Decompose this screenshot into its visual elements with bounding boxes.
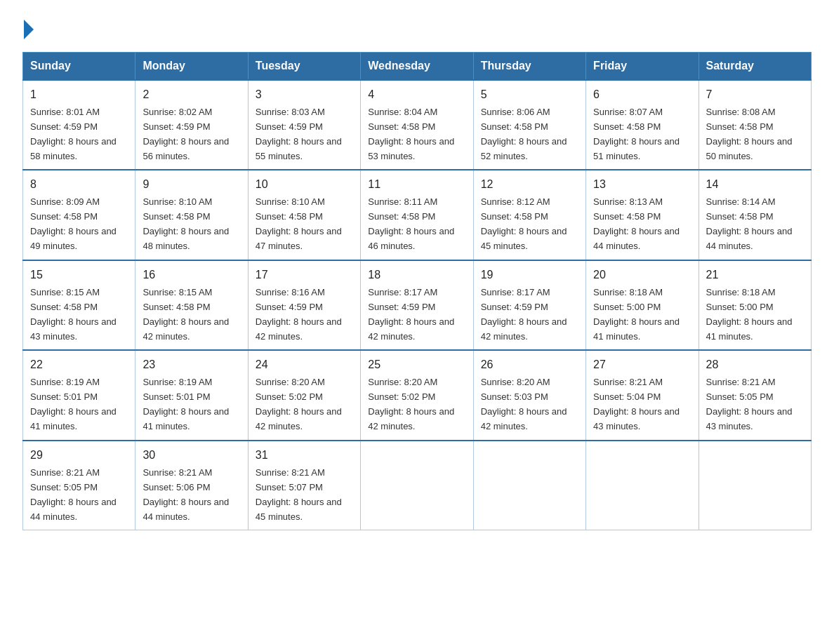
calendar-week-row: 8 Sunrise: 8:09 AMSunset: 4:58 PMDayligh… <box>23 170 812 260</box>
day-number: 30 <box>143 447 240 464</box>
calendar-day-cell: 27 Sunrise: 8:21 AMSunset: 5:04 PMDaylig… <box>586 350 699 440</box>
day-info: Sunrise: 8:04 AMSunset: 4:58 PMDaylight:… <box>368 107 454 161</box>
weekday-header: Tuesday <box>248 53 360 81</box>
calendar-day-cell: 12 Sunrise: 8:12 AMSunset: 4:58 PMDaylig… <box>473 170 585 260</box>
day-number: 22 <box>30 356 128 374</box>
calendar-day-cell: 25 Sunrise: 8:20 AMSunset: 5:02 PMDaylig… <box>361 350 473 440</box>
calendar-day-cell: 28 Sunrise: 8:21 AMSunset: 5:05 PMDaylig… <box>699 350 811 440</box>
calendar-week-row: 22 Sunrise: 8:19 AMSunset: 5:01 PMDaylig… <box>23 350 812 440</box>
day-info: Sunrise: 8:21 AMSunset: 5:05 PMDaylight:… <box>30 467 117 522</box>
calendar-day-cell: 24 Sunrise: 8:20 AMSunset: 5:02 PMDaylig… <box>248 350 360 440</box>
calendar-day-cell: 1 Sunrise: 8:01 AMSunset: 4:59 PMDayligh… <box>23 80 135 170</box>
day-info: Sunrise: 8:18 AMSunset: 5:00 PMDaylight:… <box>593 287 680 342</box>
day-number: 12 <box>481 176 578 194</box>
day-number: 29 <box>30 447 128 464</box>
calendar-table: SundayMondayTuesdayWednesdayThursdayFrid… <box>22 52 812 530</box>
weekday-header: Wednesday <box>361 53 473 81</box>
calendar-day-cell: 31 Sunrise: 8:21 AMSunset: 5:07 PMDaylig… <box>248 441 360 530</box>
calendar-day-cell <box>473 441 585 530</box>
weekday-header: Friday <box>586 53 699 81</box>
day-number: 5 <box>481 86 578 104</box>
weekday-header: Thursday <box>473 53 585 81</box>
day-info: Sunrise: 8:12 AMSunset: 4:58 PMDaylight:… <box>481 196 567 251</box>
weekday-header: Saturday <box>699 53 811 81</box>
calendar-day-cell: 19 Sunrise: 8:17 AMSunset: 4:59 PMDaylig… <box>473 260 585 350</box>
day-number: 8 <box>30 176 128 194</box>
day-info: Sunrise: 8:15 AMSunset: 4:58 PMDaylight:… <box>30 287 117 342</box>
calendar-day-cell: 7 Sunrise: 8:08 AMSunset: 4:58 PMDayligh… <box>699 80 811 170</box>
day-info: Sunrise: 8:09 AMSunset: 4:58 PMDaylight:… <box>30 196 117 251</box>
calendar-header-row: SundayMondayTuesdayWednesdayThursdayFrid… <box>23 53 812 81</box>
logo <box>22 17 34 39</box>
calendar-day-cell: 4 Sunrise: 8:04 AMSunset: 4:58 PMDayligh… <box>361 80 473 170</box>
day-info: Sunrise: 8:21 AMSunset: 5:07 PMDaylight:… <box>256 467 342 522</box>
day-number: 24 <box>256 356 353 374</box>
calendar-day-cell: 6 Sunrise: 8:07 AMSunset: 4:58 PMDayligh… <box>586 80 699 170</box>
logo-arrow-icon <box>24 20 34 39</box>
calendar-day-cell: 9 Sunrise: 8:10 AMSunset: 4:58 PMDayligh… <box>135 170 248 260</box>
day-number: 26 <box>481 356 578 374</box>
day-info: Sunrise: 8:19 AMSunset: 5:01 PMDaylight:… <box>143 377 229 431</box>
day-info: Sunrise: 8:17 AMSunset: 4:59 PMDaylight:… <box>368 287 454 342</box>
calendar-week-row: 29 Sunrise: 8:21 AMSunset: 5:05 PMDaylig… <box>23 441 812 530</box>
calendar-day-cell: 2 Sunrise: 8:02 AMSunset: 4:59 PMDayligh… <box>135 80 248 170</box>
day-info: Sunrise: 8:06 AMSunset: 4:58 PMDaylight:… <box>481 107 567 161</box>
calendar-day-cell: 23 Sunrise: 8:19 AMSunset: 5:01 PMDaylig… <box>135 350 248 440</box>
day-number: 23 <box>143 356 240 374</box>
day-number: 27 <box>593 356 691 374</box>
calendar-day-cell: 20 Sunrise: 8:18 AMSunset: 5:00 PMDaylig… <box>586 260 699 350</box>
day-info: Sunrise: 8:20 AMSunset: 5:03 PMDaylight:… <box>481 377 567 431</box>
day-info: Sunrise: 8:01 AMSunset: 4:59 PMDaylight:… <box>30 107 117 161</box>
day-number: 10 <box>256 176 353 194</box>
calendar-day-cell: 13 Sunrise: 8:13 AMSunset: 4:58 PMDaylig… <box>586 170 699 260</box>
day-info: Sunrise: 8:08 AMSunset: 4:58 PMDaylight:… <box>706 107 793 161</box>
day-info: Sunrise: 8:20 AMSunset: 5:02 PMDaylight:… <box>368 377 454 431</box>
day-number: 15 <box>30 267 128 284</box>
day-number: 18 <box>368 267 465 284</box>
day-info: Sunrise: 8:17 AMSunset: 4:59 PMDaylight:… <box>481 287 567 342</box>
day-info: Sunrise: 8:19 AMSunset: 5:01 PMDaylight:… <box>30 377 117 431</box>
day-number: 7 <box>706 86 804 104</box>
day-number: 19 <box>481 267 578 284</box>
day-info: Sunrise: 8:02 AMSunset: 4:59 PMDaylight:… <box>143 107 229 161</box>
day-number: 2 <box>143 86 240 104</box>
day-number: 31 <box>256 447 353 464</box>
calendar-day-cell: 15 Sunrise: 8:15 AMSunset: 4:58 PMDaylig… <box>23 260 135 350</box>
weekday-header: Monday <box>135 53 248 81</box>
day-number: 17 <box>256 267 353 284</box>
day-number: 13 <box>593 176 691 194</box>
day-number: 21 <box>706 267 804 284</box>
calendar-day-cell: 21 Sunrise: 8:18 AMSunset: 5:00 PMDaylig… <box>699 260 811 350</box>
calendar-day-cell: 26 Sunrise: 8:20 AMSunset: 5:03 PMDaylig… <box>473 350 585 440</box>
day-number: 3 <box>256 86 353 104</box>
calendar-day-cell: 14 Sunrise: 8:14 AMSunset: 4:58 PMDaylig… <box>699 170 811 260</box>
page-header <box>22 17 812 39</box>
day-number: 14 <box>706 176 804 194</box>
calendar-day-cell: 18 Sunrise: 8:17 AMSunset: 4:59 PMDaylig… <box>361 260 473 350</box>
calendar-day-cell: 29 Sunrise: 8:21 AMSunset: 5:05 PMDaylig… <box>23 441 135 530</box>
calendar-day-cell <box>699 441 811 530</box>
day-number: 20 <box>593 267 691 284</box>
day-number: 6 <box>593 86 691 104</box>
day-number: 25 <box>368 356 465 374</box>
calendar-day-cell: 8 Sunrise: 8:09 AMSunset: 4:58 PMDayligh… <box>23 170 135 260</box>
day-number: 16 <box>143 267 240 284</box>
calendar-week-row: 15 Sunrise: 8:15 AMSunset: 4:58 PMDaylig… <box>23 260 812 350</box>
calendar-day-cell <box>361 441 473 530</box>
day-info: Sunrise: 8:03 AMSunset: 4:59 PMDaylight:… <box>256 107 342 161</box>
calendar-day-cell: 3 Sunrise: 8:03 AMSunset: 4:59 PMDayligh… <box>248 80 360 170</box>
day-info: Sunrise: 8:20 AMSunset: 5:02 PMDaylight:… <box>256 377 342 431</box>
day-info: Sunrise: 8:21 AMSunset: 5:06 PMDaylight:… <box>143 467 229 522</box>
day-number: 28 <box>706 356 804 374</box>
calendar-week-row: 1 Sunrise: 8:01 AMSunset: 4:59 PMDayligh… <box>23 80 812 170</box>
weekday-header: Sunday <box>23 53 135 81</box>
calendar-day-cell: 10 Sunrise: 8:10 AMSunset: 4:58 PMDaylig… <box>248 170 360 260</box>
calendar-day-cell: 16 Sunrise: 8:15 AMSunset: 4:58 PMDaylig… <box>135 260 248 350</box>
day-number: 4 <box>368 86 465 104</box>
calendar-day-cell: 17 Sunrise: 8:16 AMSunset: 4:59 PMDaylig… <box>248 260 360 350</box>
day-info: Sunrise: 8:07 AMSunset: 4:58 PMDaylight:… <box>593 107 680 161</box>
day-info: Sunrise: 8:13 AMSunset: 4:58 PMDaylight:… <box>593 196 680 251</box>
calendar-day-cell: 30 Sunrise: 8:21 AMSunset: 5:06 PMDaylig… <box>135 441 248 530</box>
day-info: Sunrise: 8:16 AMSunset: 4:59 PMDaylight:… <box>256 287 342 342</box>
day-number: 11 <box>368 176 465 194</box>
